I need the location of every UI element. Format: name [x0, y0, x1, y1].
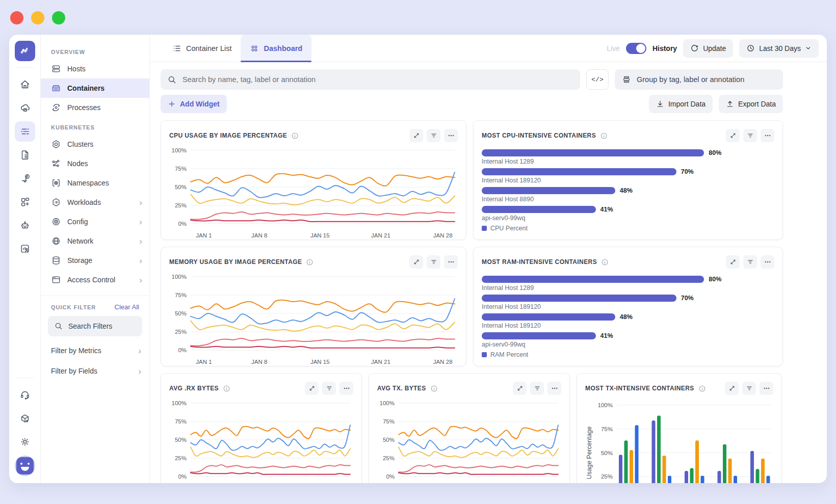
more-options-button[interactable] — [444, 129, 458, 142]
legend-label: CPU Percent — [490, 225, 528, 232]
svg-text:Usage Percentage: Usage Percentage — [586, 427, 593, 480]
filter-button[interactable] — [322, 382, 336, 395]
list-icon — [172, 44, 181, 53]
filter-icon — [430, 132, 437, 139]
tab-dashboard[interactable]: Dashboard — [241, 35, 311, 62]
filter-by-metrics[interactable]: Filter by Metrics › — [41, 340, 149, 361]
memory-usage-line-chart[interactable]: 100%75%50%25%0%JAN 1JAN 8JAN 15JAN 21JAN… — [169, 272, 458, 366]
update-button[interactable]: Update — [683, 39, 733, 58]
namespaces-icon — [51, 178, 61, 188]
network-globe-icon — [51, 236, 61, 246]
cloud-data-icon — [19, 102, 31, 114]
filter-button[interactable] — [427, 129, 440, 142]
ram-intensive-bar-chart[interactable]: 80%Internal Host 128970%Internal Host 18… — [482, 272, 774, 348]
import-data-button[interactable]: Import Data — [649, 95, 713, 113]
more-options-button[interactable] — [339, 382, 353, 395]
hbar-row: 48%Internal Host 189120 — [482, 313, 774, 329]
legend-swatch — [482, 226, 487, 231]
rail-cloud-data-button[interactable] — [15, 98, 35, 118]
window-controls — [10, 11, 65, 24]
section-label-kubernetes: KUBERNETES — [51, 124, 139, 130]
add-widget-button[interactable]: Add Widget — [161, 95, 227, 113]
cpu-intensive-bar-chart[interactable]: 80%Internal Host 128970%Internal Host 18… — [482, 145, 774, 222]
app-window: OVERVIEW Hosts Containers Processes KUB — [9, 35, 827, 483]
sidebar-item-containers[interactable]: Containers — [41, 78, 149, 98]
more-options-button[interactable] — [760, 382, 773, 395]
expand-button[interactable] — [409, 129, 423, 142]
tab-label: Dashboard — [264, 44, 302, 52]
sidebar-item-config[interactable]: Config › — [41, 212, 149, 231]
hbar-bar — [482, 149, 704, 156]
search-filters-input[interactable]: Search Filters — [48, 316, 142, 336]
more-options-button[interactable] — [547, 382, 561, 395]
rail-settings-button[interactable] — [15, 432, 35, 452]
tx-intensive-grouped-bar-chart[interactable]: Usage Percentage100%75%50%25% — [585, 398, 773, 483]
expand-button[interactable] — [305, 382, 319, 395]
sidebar-item-access-control[interactable]: Access Control › — [41, 270, 149, 289]
more-options-button[interactable] — [444, 255, 458, 269]
live-history-toggle[interactable] — [626, 43, 646, 54]
clear-all-link[interactable]: Clear All — [115, 303, 139, 311]
filter-button[interactable] — [530, 382, 544, 395]
svg-text:JAN 15: JAN 15 — [310, 359, 330, 365]
hbar-row: 80%Internal Host 1289 — [482, 149, 774, 165]
hbar-row: 80%Internal Host 1289 — [482, 276, 774, 291]
profile-avatar[interactable] — [15, 456, 35, 476]
sidebar-item-storage[interactable]: Storage › — [41, 251, 149, 270]
filter-link-label: Filter by Metrics — [51, 347, 138, 355]
rail-insights-button[interactable] — [15, 238, 35, 259]
minimize-window-button[interactable] — [31, 11, 44, 24]
sidebar-item-workloads[interactable]: Workloads › — [41, 193, 149, 212]
rail-assistant-button[interactable] — [15, 215, 35, 235]
more-options-button[interactable] — [761, 129, 774, 142]
cpu-usage-line-chart[interactable]: 100%75%50%25%0%JAN 1JAN 8JAN 15JAN 21JAN… — [169, 145, 458, 240]
expand-button[interactable] — [726, 255, 740, 269]
filter-button[interactable] — [427, 255, 440, 269]
close-window-button[interactable] — [10, 11, 23, 24]
sidebar-item-processes[interactable]: Processes — [41, 98, 149, 117]
card-title: MOST CPU-INTENSIVE CONTAINERS — [482, 132, 596, 139]
hbar-label: Internal Host 189120 — [482, 322, 774, 329]
chevron-right-icon: › — [138, 347, 141, 355]
sidebar-item-label: Namespaces — [67, 179, 109, 187]
svg-text:25%: 25% — [601, 473, 613, 480]
export-data-button[interactable]: Export Data — [719, 95, 783, 113]
date-range-select[interactable]: Last 30 Days — [739, 39, 819, 58]
rail-alerts-button[interactable] — [15, 168, 35, 189]
query-code-button[interactable]: </> — [586, 69, 609, 90]
sidebar-item-hosts[interactable]: Hosts — [41, 59, 149, 78]
expand-button[interactable] — [726, 129, 740, 142]
sidebar-item-namespaces[interactable]: Namespaces — [41, 173, 149, 193]
sidebar-item-network[interactable]: Network › — [41, 231, 149, 251]
svg-text:JAN 8: JAN 8 — [251, 232, 267, 238]
rail-support-button[interactable] — [15, 385, 35, 405]
filter-button[interactable] — [743, 129, 757, 142]
tab-container-list[interactable]: Container List — [163, 35, 241, 62]
rail-logs-button[interactable] — [15, 121, 35, 142]
expand-button[interactable] — [409, 255, 423, 269]
app-logo[interactable] — [15, 41, 35, 61]
sidebar-item-nodes[interactable]: Nodes — [41, 154, 149, 173]
avg-rx-line-chart[interactable]: 100%75%50%25%0%JAN 1JAN 8JAN 15JAN 21JAN… — [169, 398, 353, 483]
filter-button[interactable] — [743, 255, 757, 269]
more-options-button[interactable] — [761, 255, 774, 269]
avg-tx-line-chart[interactable]: 100%75%50%25%0%JAN 1JAN 8JAN 15JAN 21JAN… — [377, 398, 561, 483]
card-tx-intensive: MOST TX-INTENSIVE CONTAINERS Usage Perce… — [577, 373, 782, 483]
rail-integrations-button[interactable] — [15, 408, 35, 429]
rail-widgets-button[interactable] — [15, 192, 35, 212]
expand-button[interactable] — [725, 382, 739, 395]
sidebar: OVERVIEW Hosts Containers Processes KUB — [41, 35, 150, 483]
hbar-row: 41%api-serv0-99wq — [482, 206, 774, 222]
filter-button[interactable] — [742, 382, 756, 395]
expand-button[interactable] — [513, 382, 527, 395]
sidebar-item-label: Config — [67, 218, 133, 226]
group-by-button[interactable]: Group by tag, label or annotation — [615, 69, 783, 90]
hbar-value: 41% — [600, 206, 613, 213]
rail-document-button[interactable] — [15, 145, 35, 165]
rail-home-button[interactable] — [15, 74, 35, 95]
svg-text:JAN 28: JAN 28 — [433, 232, 453, 238]
main-search-input[interactable]: Search by name, tag, label or annotation — [161, 69, 580, 90]
sidebar-item-clusters[interactable]: Clusters — [41, 135, 149, 154]
filter-by-fields[interactable]: Filter by Fields › — [41, 361, 149, 381]
zoom-window-button[interactable] — [52, 11, 65, 24]
